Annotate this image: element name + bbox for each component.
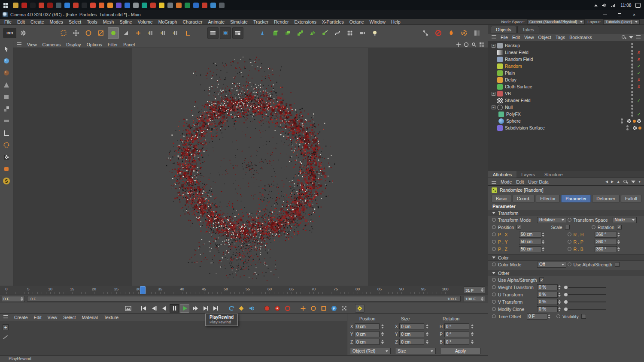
current-frame-field[interactable]: 31 F: [464, 287, 485, 293]
menu-modes[interactable]: Modes: [50, 19, 64, 24]
menu-help[interactable]: Help: [391, 19, 401, 24]
keyframe-dot[interactable]: [492, 240, 496, 244]
visibility-dots[interactable]: [631, 84, 633, 89]
viewport-menu-display[interactable]: Display: [66, 42, 81, 47]
keyframe-dot[interactable]: [492, 232, 496, 236]
keyframe-dot[interactable]: [492, 225, 496, 229]
stepper[interactable]: [381, 340, 384, 344]
objects-menu-tags[interactable]: Tags: [556, 35, 565, 40]
action-center-icon[interactable]: [635, 3, 641, 8]
goto-start-button[interactable]: [139, 304, 148, 313]
substance-button[interactable]: S: [2, 177, 11, 185]
position-y-field[interactable]: 0 cm: [355, 331, 380, 337]
stepper[interactable]: [426, 340, 428, 344]
material-menu-view[interactable]: View: [48, 315, 58, 320]
keyframe-dot[interactable]: [568, 247, 571, 251]
tray-chevron-icon[interactable]: [594, 4, 598, 6]
make-preview-button[interactable]: [123, 304, 133, 313]
taskbar-app-icon[interactable]: [39, 3, 44, 8]
transform-section-header[interactable]: Transform: [488, 210, 644, 216]
taskbar-app-icon[interactable]: [99, 3, 104, 8]
v-transform-field[interactable]: 0 %: [537, 299, 558, 305]
object-row-delay[interactable]: Delay ✗: [488, 76, 644, 83]
stepper[interactable]: [617, 240, 620, 244]
node-space-dropdown[interactable]: Current (Standard/Physical): [527, 19, 585, 24]
taskbar-app-icon[interactable]: [56, 3, 61, 8]
visibility-dots[interactable]: [631, 50, 633, 55]
keyframe-dot[interactable]: [492, 307, 496, 311]
modify-clone-slider[interactable]: [565, 309, 606, 310]
add-tool-button[interactable]: [133, 27, 144, 39]
viewport-menu-options[interactable]: Options: [87, 42, 102, 47]
node-editor-button[interactable]: [420, 27, 431, 39]
taskbar-app-icon[interactable]: [13, 3, 18, 8]
points-mode-button[interactable]: [2, 105, 11, 113]
hamburger-icon[interactable]: [3, 315, 8, 319]
play-forwards-button[interactable]: [180, 304, 189, 313]
taskbar-app-icon[interactable]: [82, 3, 87, 8]
playhead[interactable]: [140, 286, 146, 294]
pan-view-icon[interactable]: [456, 42, 461, 47]
keyframe-dot[interactable]: [568, 232, 571, 236]
texture-tag-icon[interactable]: [637, 119, 641, 124]
taskbar-app-icon[interactable]: [202, 3, 207, 8]
tab-basic[interactable]: Basic: [492, 195, 511, 202]
extrude-button[interactable]: [282, 27, 293, 39]
maximize-button[interactable]: [612, 10, 627, 19]
taskbar-app-icon[interactable]: [47, 3, 53, 8]
range-start-field[interactable]: 0 F: [2, 296, 25, 302]
tab-structure[interactable]: Structure: [540, 172, 568, 178]
material-list-area[interactable]: +: [0, 321, 347, 355]
orbit-view-icon[interactable]: [464, 42, 469, 47]
taskbar-app-icon[interactable]: [193, 3, 199, 8]
size-x-field[interactable]: 0 cm: [399, 323, 424, 329]
disable-render-button[interactable]: [433, 27, 444, 39]
taskbar-app-icon[interactable]: [73, 3, 79, 8]
paint-tool-button[interactable]: [2, 165, 11, 173]
enabled-check-icon[interactable]: ✓: [636, 98, 641, 103]
menu-edit[interactable]: Edit: [17, 19, 25, 24]
taskbar-app-icon[interactable]: [64, 3, 70, 8]
visibility-checkbox[interactable]: [581, 314, 586, 319]
close-button[interactable]: ×: [627, 10, 641, 19]
menu-tracker[interactable]: Tracker: [253, 19, 268, 24]
pause-button[interactable]: [170, 304, 179, 313]
expand-icon[interactable]: +: [492, 44, 495, 48]
size-y-field[interactable]: 0 cm: [399, 331, 424, 337]
menu-create[interactable]: Create: [30, 19, 44, 24]
object-row-linear-field[interactable]: Linear Field ✗: [488, 49, 644, 56]
taskbar-app-icon[interactable]: [159, 3, 164, 8]
visibility-dots[interactable]: [631, 63, 633, 69]
camera-button[interactable]: [357, 27, 368, 39]
tab-deformer[interactable]: Deformer: [592, 195, 620, 202]
object-mode-button[interactable]: [2, 93, 11, 101]
visibility-dots[interactable]: [631, 105, 633, 110]
position-z-field[interactable]: 0 cm: [355, 339, 380, 345]
goto-end-button[interactable]: [211, 304, 220, 313]
disabled-x-icon[interactable]: ✗: [636, 84, 641, 89]
disabled-x-icon[interactable]: ✗: [636, 57, 641, 62]
taskbar-app-icon[interactable]: [125, 3, 130, 8]
taskbar-app-icon[interactable]: [116, 3, 122, 8]
attributes-menu-edit[interactable]: Edit: [516, 179, 524, 184]
rotation-h-field[interactable]: 0 °: [444, 323, 469, 329]
apply-button[interactable]: Apply: [440, 348, 481, 354]
menu-xparticles[interactable]: X-Particles: [322, 19, 344, 24]
frame-stepper[interactable]: [481, 288, 483, 292]
objects-menu-edit[interactable]: Edit: [512, 35, 520, 40]
autokeying-button[interactable]: [273, 304, 282, 313]
object-row-random-field[interactable]: Random Field ✗: [488, 56, 644, 63]
visibility-dots[interactable]: [631, 77, 633, 82]
tab-falloff[interactable]: Falloff: [621, 195, 641, 202]
taskbar-app-icon[interactable]: [30, 3, 36, 8]
axis-lock-z-button[interactable]: [170, 27, 181, 39]
material-menu-texture[interactable]: Texture: [104, 315, 118, 320]
nav-up-icon[interactable]: ▲: [617, 180, 620, 184]
py-field[interactable]: 50 cm: [519, 239, 541, 245]
u-transform-slider[interactable]: [565, 294, 606, 295]
taskbar-app-icon[interactable]: [150, 3, 156, 8]
rb-field[interactable]: 360 °: [595, 246, 617, 252]
phong-tag-icon[interactable]: [633, 120, 636, 123]
tracer-button[interactable]: [319, 27, 331, 39]
add-material-icon[interactable]: +: [3, 324, 9, 330]
